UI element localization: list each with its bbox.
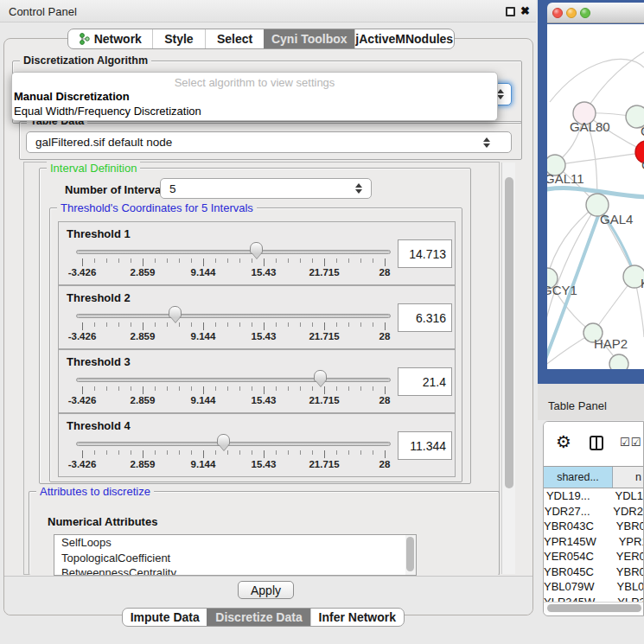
table-panel-title: Table Panel bbox=[548, 399, 607, 412]
float-window-icon[interactable] bbox=[506, 7, 515, 16]
numerical-attributes-list[interactable]: SelfLoopsTopologicalCoefficientBetweenne… bbox=[54, 534, 417, 576]
mac-minimize-button[interactable] bbox=[566, 8, 577, 18]
slider-tick-label: 15.43 bbox=[252, 267, 277, 277]
tab-infer-network[interactable]: Infer Network bbox=[310, 609, 404, 626]
slider-tick-label: 21.715 bbox=[309, 331, 339, 341]
threshold-slider-track[interactable] bbox=[76, 442, 391, 446]
table-row[interactable]: YDL19...YDL1 bbox=[544, 489, 643, 505]
gear-icon[interactable]: ⚙ bbox=[556, 431, 571, 452]
cell-shared-name: YBR045C bbox=[544, 565, 594, 581]
threshold-slider-track[interactable] bbox=[76, 378, 391, 382]
tab-jactivemnodules[interactable]: jActiveMNodules bbox=[354, 29, 454, 48]
slider-major-tick bbox=[324, 386, 325, 394]
discretization-algorithm-label: Discretization Algorithm bbox=[20, 54, 151, 67]
tab-impute-data[interactable]: Impute Data bbox=[123, 609, 207, 626]
table-row[interactable]: YBR045CYBR0 bbox=[544, 565, 643, 581]
threshold-value-field[interactable]: 6.316 bbox=[398, 303, 452, 332]
table-row[interactable]: YBR043CYBR0 bbox=[544, 520, 643, 535]
tab-style[interactable]: Style bbox=[152, 29, 206, 48]
threshold-panel-4: Threshold 4-3.4262.8599.14415.4321.71528… bbox=[58, 413, 456, 477]
slider-tick-label: -3.426 bbox=[68, 267, 97, 277]
attribute-list-item[interactable]: SelfLoops bbox=[54, 535, 416, 551]
tab-label: Cyni Toolbox bbox=[271, 32, 348, 46]
slider-tick-label: 9.144 bbox=[191, 459, 216, 469]
network-node-label: GAL80 bbox=[570, 119, 610, 134]
table-row[interactable]: YER054CYER0 bbox=[544, 550, 643, 565]
slider-tick-label: 15.43 bbox=[252, 331, 277, 341]
attribute-list-item[interactable]: TopologicalCoefficient bbox=[54, 551, 416, 566]
tab-cyni-toolbox[interactable]: Cyni Toolbox bbox=[264, 29, 354, 48]
slider-tick-label: -3.426 bbox=[68, 395, 97, 405]
table-row[interactable]: YDR27...YDR2 bbox=[544, 505, 643, 520]
threshold-value-field[interactable]: 21.4 bbox=[398, 367, 452, 396]
threshold-slider-thumb[interactable] bbox=[169, 306, 182, 318]
tab-label: Select bbox=[217, 32, 252, 46]
slider-minor-ticks bbox=[82, 450, 386, 455]
number-of-intervals-label: Number of Intervals bbox=[65, 183, 170, 196]
threshold-slider-thumb[interactable] bbox=[314, 370, 327, 382]
cell-name: YBL0 bbox=[595, 580, 643, 596]
table-data-combobox[interactable]: galFiltered.sif default node bbox=[26, 131, 512, 153]
table-horizontal-scrollbar[interactable] bbox=[544, 602, 643, 613]
tab-select[interactable]: Select bbox=[205, 29, 264, 48]
slider-major-tick bbox=[385, 322, 386, 330]
algorithm-option-equal-width[interactable]: Equal Width/Frequency Discretization bbox=[14, 105, 201, 118]
cell-shared-name: YBL079W bbox=[544, 580, 595, 596]
table-row[interactable]: YLR345WYLR3 bbox=[544, 596, 643, 603]
slider-major-tick bbox=[203, 386, 204, 394]
threshold-label: Threshold 1 bbox=[67, 227, 131, 240]
table-row[interactable]: YBL079WYBL0 bbox=[544, 580, 643, 596]
slider-major-tick bbox=[143, 258, 143, 266]
threshold-slider-track[interactable] bbox=[76, 250, 391, 254]
slider-tick-label: 28 bbox=[379, 459, 391, 469]
checkboxes-icon[interactable]: ☑☑ bbox=[620, 436, 641, 449]
apply-button[interactable]: Apply bbox=[238, 581, 294, 599]
slider-tick-label: 21.715 bbox=[309, 267, 339, 277]
network-node-label: HAP2 bbox=[594, 336, 628, 351]
threshold-label: Threshold 2 bbox=[67, 291, 131, 304]
threshold-slider-track[interactable] bbox=[76, 314, 391, 318]
tab-label: jActiveMNodules bbox=[355, 32, 453, 46]
table-row[interactable]: YPR145WYPR1 bbox=[544, 535, 643, 551]
tab-discretize-data[interactable]: Discretize Data bbox=[207, 609, 309, 626]
slider-major-tick bbox=[82, 258, 83, 266]
number-of-intervals-combobox[interactable]: 5 bbox=[160, 178, 372, 199]
attributes-list-scrollbar[interactable] bbox=[405, 535, 416, 575]
network-view-canvas[interactable]: GAL80GACGAL11GAL4GCY1HHAP2 bbox=[547, 24, 644, 369]
table-rows: YDL19...YDL1YDR27...YDR2YBR043CYBR0YPR14… bbox=[544, 489, 643, 602]
threshold-value-field[interactable]: 14.713 bbox=[398, 239, 452, 268]
mac-zoom-button[interactable] bbox=[580, 8, 590, 18]
slider-major-tick bbox=[82, 322, 83, 330]
table-panel-header: Table Panel bbox=[538, 384, 644, 420]
numerical-attributes-heading: Numerical Attributes bbox=[48, 515, 157, 528]
cell-shared-name: YDL19... bbox=[544, 489, 592, 505]
threshold-value-field[interactable]: 11.344 bbox=[398, 431, 452, 460]
slider-tick-label: 2.859 bbox=[131, 395, 156, 405]
cell-name: YPR1 bbox=[596, 535, 643, 551]
threshold-panel-3: Threshold 3-3.4262.8599.14415.4321.71528… bbox=[58, 349, 456, 413]
slider-major-tick bbox=[385, 386, 386, 394]
slider-major-tick bbox=[143, 450, 143, 458]
threshold-slider-thumb[interactable] bbox=[217, 434, 230, 446]
threshold-slider-thumb[interactable] bbox=[250, 242, 263, 254]
slider-major-tick bbox=[324, 322, 325, 330]
slider-major-tick bbox=[324, 258, 325, 266]
cell-shared-name: YPR145W bbox=[544, 535, 596, 551]
slider-tick-label: 2.859 bbox=[131, 267, 156, 277]
screen: Control Panel ✖ NetworkStyleSelectCyni T… bbox=[0, 0, 644, 644]
attribute-list-item[interactable]: BetweennessCentrality bbox=[54, 565, 416, 576]
tab-network[interactable]: Network bbox=[68, 29, 152, 48]
top-tab-bar: NetworkStyleSelectCyni ToolboxjActiveMNo… bbox=[67, 29, 455, 49]
close-icon[interactable]: ✖ bbox=[520, 4, 530, 17]
network-window-titlebar[interactable] bbox=[547, 3, 644, 23]
network-node[interactable] bbox=[609, 354, 628, 369]
column-header-shared-name[interactable]: shared... bbox=[544, 467, 613, 488]
thresholds-group-label: Threshold's Coordinates for 5 Intervals bbox=[57, 201, 257, 214]
algorithm-hint: Select algorithm to view settings bbox=[12, 76, 497, 89]
column-header-name[interactable]: n bbox=[613, 467, 643, 488]
tab-label: Style bbox=[164, 32, 193, 46]
algorithm-option-manual[interactable]: Manual Discretization bbox=[14, 90, 130, 103]
column-layout-icon[interactable] bbox=[590, 436, 603, 450]
mac-close-button[interactable] bbox=[552, 8, 563, 18]
main-vertical-scrollbar[interactable] bbox=[501, 163, 515, 574]
